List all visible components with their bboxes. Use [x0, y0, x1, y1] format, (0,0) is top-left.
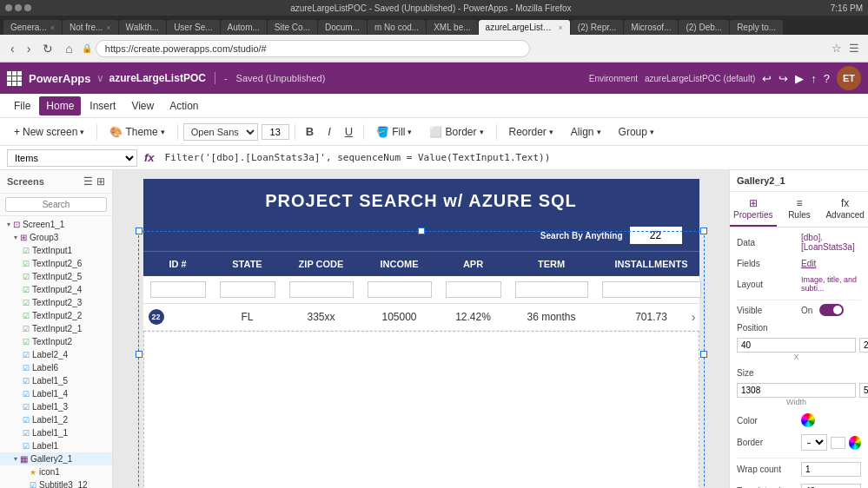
position-y-input[interactable] — [859, 338, 868, 353]
filter-id[interactable] — [150, 281, 206, 298]
font-size-input[interactable] — [262, 124, 289, 140]
sidebar-item-textinput21[interactable]: ☑ TextInput2_1 — [0, 322, 112, 335]
back-button[interactable]: ‹ — [7, 40, 18, 57]
sidebar-item-screen1[interactable]: ▾ ⊡ Screen1_1 — [0, 218, 112, 231]
undo-button[interactable]: ↩ — [762, 72, 772, 85]
tab-docum[interactable]: Docum... — [318, 20, 367, 35]
tab-notfree[interactable]: Not fre...× — [63, 20, 118, 35]
tab-walkth[interactable]: Walkth... — [119, 20, 167, 35]
reorder-button[interactable]: Reorder ▾ — [502, 123, 560, 141]
sidebar-item-label11[interactable]: ☑ Label1_1 — [0, 426, 112, 439]
filter-state[interactable] — [220, 281, 275, 298]
color-picker-button[interactable] — [801, 413, 815, 427]
resize-handle-tl[interactable] — [136, 228, 142, 234]
menu-insert[interactable]: Insert — [83, 96, 123, 115]
tab-repr[interactable]: (2) Repr... — [571, 20, 623, 35]
visible-toggle[interactable] — [819, 304, 844, 316]
new-screen-button[interactable]: + New screen ▾ — [7, 123, 91, 141]
sidebar-item-textinput2[interactable]: ☑ TextInput2 — [0, 335, 112, 348]
forward-button[interactable]: › — [23, 40, 35, 57]
wrap-count-input[interactable] — [801, 462, 861, 477]
fill-button[interactable]: 🪣 Fill ▾ — [369, 123, 419, 141]
refresh-button[interactable]: ↻ — [39, 40, 56, 57]
font-selector[interactable]: Open Sans — [183, 123, 258, 141]
position-x-input[interactable] — [737, 338, 856, 353]
redo-button[interactable]: ↪ — [779, 72, 788, 85]
filter-apr[interactable] — [446, 281, 501, 298]
sidebar-item-textinput25[interactable]: ☑ TextInput2_5 — [0, 270, 112, 283]
size-height-input[interactable] — [859, 383, 868, 398]
border-button[interactable]: ⬜ Border ▾ — [422, 123, 490, 141]
formula-input[interactable] — [162, 150, 861, 165]
bold-button[interactable]: B — [301, 123, 319, 140]
sidebar-item-label24[interactable]: ☑ Label2_4 — [0, 348, 112, 361]
filter-zip[interactable] — [289, 281, 354, 298]
tab-autom[interactable]: Autom... — [221, 20, 267, 35]
template-size-input[interactable] — [801, 484, 861, 488]
menu-home[interactable]: Home — [39, 96, 81, 115]
sidebar-item-label13[interactable]: ☑ Label1_3 — [0, 400, 112, 413]
tab-reply[interactable]: Reply to... — [730, 20, 783, 35]
control-selector[interactable]: Items — [7, 149, 137, 167]
resize-handle-tr[interactable] — [700, 228, 707, 234]
tab-close[interactable]: × — [106, 23, 110, 32]
powerapps-chevron[interactable]: ∨ — [96, 72, 104, 84]
sidebar-item-label14[interactable]: ☑ Label1_4 — [0, 387, 112, 400]
tab-xml[interactable]: XML be... — [427, 20, 477, 35]
fields-edit-link[interactable]: Edit — [801, 259, 816, 268]
sidebar-search-input[interactable] — [5, 197, 107, 212]
menu-view[interactable]: View — [124, 96, 161, 115]
italic-button[interactable]: I — [322, 123, 336, 140]
sidebar-item-textinput23[interactable]: ☑ TextInput2_3 — [0, 296, 112, 309]
sidebar-list-icon[interactable]: ☰ — [83, 175, 93, 188]
size-width-input[interactable] — [737, 383, 856, 398]
border-color-picker[interactable] — [849, 436, 862, 450]
sidebar-item-subtitle312[interactable]: ☑ Subtitle3_12 — [0, 478, 112, 488]
tab-general[interactable]: Genera...× — [3, 20, 62, 35]
group-button[interactable]: Group ▾ — [612, 123, 661, 141]
resize-handle-tm[interactable] — [418, 228, 425, 234]
tab-siteco[interactable]: Site Co... — [268, 20, 317, 35]
user-avatar[interactable]: ET — [837, 66, 861, 90]
menu-file[interactable]: File — [7, 96, 37, 115]
panel-tab-rules[interactable]: ≡ Rules — [777, 192, 823, 227]
sidebar-item-textinput24[interactable]: ☑ TextInput2_4 — [0, 283, 112, 296]
panel-tab-advanced[interactable]: fx Advanced — [822, 192, 868, 227]
filter-term[interactable] — [515, 281, 588, 298]
tab-microsof[interactable]: Microsof... — [624, 20, 678, 35]
align-button[interactable]: Align ▾ — [564, 123, 608, 141]
play-button[interactable]: ▶ — [795, 72, 804, 85]
panel-tab-properties[interactable]: ⊞ Properties — [730, 192, 777, 227]
sidebar-item-gallery21[interactable]: ▾ ▦ Gallery2_1 — [0, 452, 112, 465]
search-input[interactable] — [630, 227, 682, 244]
resize-handle-ml[interactable] — [136, 351, 142, 358]
sidebar-item-textinput22[interactable]: ☑ TextInput2_2 — [0, 309, 112, 322]
home-button[interactable]: ⌂ — [62, 40, 76, 57]
data-value[interactable]: [dbo].[LoanStats3a] — [801, 233, 861, 252]
sidebar-item-textinput26[interactable]: ☑ TextInput2_6 — [0, 257, 112, 270]
layout-value[interactable]: Image, title, and subti... — [801, 275, 861, 293]
tab-userSe[interactable]: User Se... — [167, 20, 219, 35]
sidebar-item-label6[interactable]: ☑ Label6 — [0, 361, 112, 374]
border-color-swatch[interactable] — [831, 437, 845, 449]
bookmark-icon[interactable]: ☆ — [830, 40, 844, 56]
tab-deb[interactable]: (2) Deb... — [679, 20, 729, 35]
sidebar-item-label1[interactable]: ☑ Label1 — [0, 439, 112, 452]
menu-action[interactable]: Action — [162, 96, 205, 115]
resize-handle-mr[interactable] — [700, 351, 707, 358]
border-style-select[interactable]: — — [801, 434, 827, 451]
underline-button[interactable]: U — [340, 123, 358, 140]
sidebar-item-label15[interactable]: ☑ Label1_5 — [0, 374, 112, 387]
help-button[interactable]: ? — [824, 72, 830, 85]
sidebar-item-textinput1[interactable]: ☑ TextInput1 — [0, 244, 112, 257]
sidebar-item-group3[interactable]: ▾ ⊞ Group3 — [0, 231, 112, 244]
table-row[interactable]: 22 FL 335xx 105000 12.42% 36 months 701.… — [143, 304, 699, 331]
sidebar-item-label12[interactable]: ☑ Label1_2 — [0, 413, 112, 426]
tab-close[interactable]: × — [50, 23, 55, 32]
sidebar-item-icon1[interactable]: ★ icon1 — [0, 465, 112, 478]
menu-icon[interactable]: ☰ — [847, 40, 861, 56]
filter-income[interactable] — [368, 281, 432, 298]
share-button[interactable]: ↑ — [811, 72, 817, 85]
tab-powerapps[interactable]: azureLargeListPOC - Saved (Unpublished) … — [479, 20, 570, 35]
tab-close[interactable]: × — [559, 23, 563, 32]
